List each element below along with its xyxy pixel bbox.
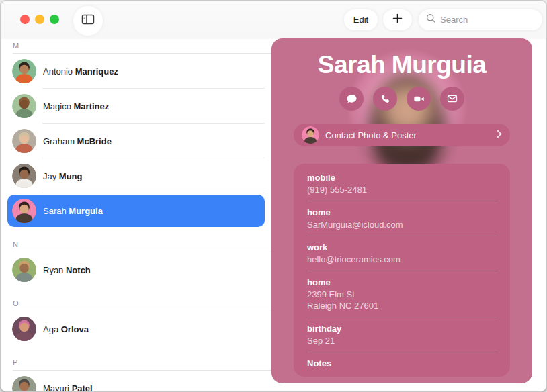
contact-actions (271, 87, 532, 111)
search-field[interactable] (419, 9, 542, 30)
contact-name: Graham McBride (43, 136, 112, 146)
field-label: work (307, 242, 497, 254)
contact-row-sarah-murguia[interactable]: Sarah Murguia (7, 195, 265, 227)
video-button[interactable] (407, 87, 431, 111)
contact-name: Aga Orlova (43, 324, 89, 334)
contact-field-home[interactable]: home2399 Elm StRaleigh NC 27601 (307, 271, 497, 317)
avatar (12, 199, 36, 223)
section-header: N (1, 228, 271, 252)
contact-photo-poster-label: Contact Photo & Poster (325, 130, 491, 140)
contact-name: Antonio Manriquez (43, 66, 118, 77)
contact-photo-poster-row[interactable]: Contact Photo & Poster (294, 124, 510, 146)
field-label: birthday (307, 323, 497, 335)
contact-section: M Antonio Manriquez Magico Martinez Grah… (1, 39, 271, 227)
minimize-button[interactable] (35, 15, 44, 24)
contact-field-mobile[interactable]: mobile(919) 555-2481 (307, 166, 497, 201)
field-label: home (307, 277, 497, 289)
contact-fields-card: mobile(919) 555-2481homeSarMurguia@iclou… (294, 164, 510, 377)
sidebar-toggle-button[interactable] (73, 6, 103, 36)
row-divider (42, 193, 265, 193)
contact-avatar (302, 126, 319, 144)
avatar (12, 94, 36, 118)
avatar (12, 258, 36, 282)
plus-icon (392, 13, 403, 27)
contact-name: Mayuri Patel (43, 383, 93, 392)
field-label: Notes (307, 358, 497, 370)
contact-row-antonio-manriquez[interactable]: Antonio Manriquez (1, 54, 271, 89)
avatar (12, 129, 36, 153)
contact-section: P Mayuri Patel (1, 346, 271, 391)
contact-name: Ryan Notch (43, 265, 91, 275)
mail-icon (446, 93, 458, 105)
field-value: (919) 555-2481 (307, 184, 497, 195)
avatar (12, 59, 36, 83)
section-header: O (1, 287, 271, 311)
contact-row-aga-orlova[interactable]: Aga Orlova (1, 311, 271, 346)
mail-button[interactable] (440, 87, 464, 111)
contact-field-birthday[interactable]: birthdaySep 21 (307, 317, 497, 352)
contact-row-mayuri-patel[interactable]: Mayuri Patel (1, 371, 271, 391)
contact-section: N Ryan Notch (1, 228, 271, 287)
add-contact-button[interactable] (383, 9, 412, 30)
call-icon (379, 93, 391, 105)
avatar (12, 317, 36, 341)
message-icon (345, 93, 358, 105)
avatar (12, 164, 36, 188)
call-button[interactable] (373, 87, 397, 111)
video-icon (413, 93, 425, 105)
field-value: SarMurguia@icloud.com (307, 219, 497, 230)
section-header: P (1, 346, 271, 370)
section-header: M (1, 39, 271, 53)
field-value: Raleigh NC 27601 (307, 300, 497, 311)
sidebar-icon (81, 12, 95, 30)
contact-name: Sarah Murguia (43, 206, 103, 216)
contact-list: M Antonio Manriquez Magico Martinez Grah… (1, 39, 271, 391)
field-value: Sep 21 (307, 335, 497, 346)
contact-name-title: Sarah Murguia (271, 51, 532, 79)
contact-detail-panel: Sarah Murguia Contact Photo & Poster mob… (271, 38, 532, 383)
contact-row-ryan-notch[interactable]: Ryan Notch (1, 252, 271, 287)
contact-section: O Aga Orlova (1, 287, 271, 346)
contact-name: Magico Martinez (43, 101, 109, 111)
contact-field-home[interactable]: homeSarMurguia@icloud.com (307, 201, 497, 236)
message-button[interactable] (339, 87, 364, 111)
zoom-button[interactable] (50, 15, 59, 24)
contact-name: Jay Mung (43, 171, 83, 181)
field-label: home (307, 207, 497, 219)
titlebar: Edit (1, 1, 546, 39)
close-button[interactable] (20, 15, 30, 24)
contact-field-notes[interactable]: Notes (307, 352, 497, 375)
contact-row-jay-mung[interactable]: Jay Mung (1, 158, 271, 193)
contacts-window: Edit M Antonio Manriquez (0, 0, 547, 392)
chevron-right-icon (497, 129, 502, 141)
contact-field-work[interactable]: workhello@trioceramics.com (307, 236, 497, 271)
field-value: hello@trioceramics.com (307, 254, 497, 265)
contact-row-magico-martinez[interactable]: Magico Martinez (1, 89, 271, 124)
field-value: 2399 Elm St (307, 289, 497, 300)
search-input[interactable] (440, 15, 528, 25)
contact-row-graham-mcbride[interactable]: Graham McBride (1, 124, 271, 158)
edit-button[interactable]: Edit (344, 9, 378, 30)
search-icon (426, 13, 436, 26)
field-label: mobile (307, 172, 497, 184)
avatar (12, 376, 36, 391)
